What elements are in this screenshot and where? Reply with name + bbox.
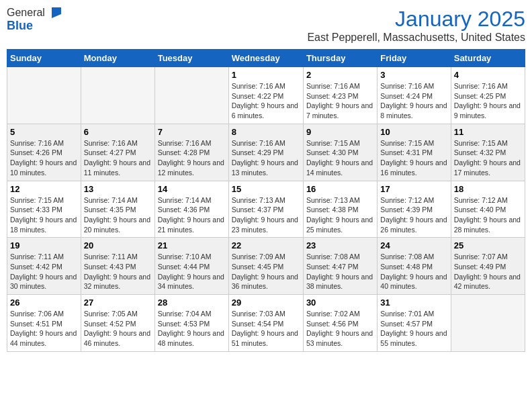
day-info: Sunrise: 7:16 AMSunset: 4:29 PMDaylight:… <box>232 138 300 178</box>
calendar-cell: 7Sunrise: 7:16 AMSunset: 4:28 PMDaylight… <box>154 124 228 181</box>
calendar-cell: 26Sunrise: 7:06 AMSunset: 4:51 PMDayligh… <box>7 295 81 352</box>
day-info: Sunrise: 7:12 AMSunset: 4:40 PMDaylight:… <box>454 195 522 235</box>
header-saturday: Saturday <box>451 50 525 67</box>
calendar-cell: 11Sunrise: 7:15 AMSunset: 4:32 PMDayligh… <box>451 124 525 181</box>
day-number: 30 <box>306 298 374 308</box>
day-info: Sunrise: 7:16 AMSunset: 4:23 PMDaylight:… <box>306 81 374 121</box>
day-number: 27 <box>84 298 152 308</box>
day-number: 14 <box>158 184 226 194</box>
calendar-cell: 14Sunrise: 7:14 AMSunset: 4:36 PMDayligh… <box>154 181 228 238</box>
calendar-cell: 4Sunrise: 7:16 AMSunset: 4:25 PMDaylight… <box>451 67 525 124</box>
day-number: 12 <box>10 184 78 194</box>
svg-marker-0 <box>52 7 61 18</box>
calendar-cell: 12Sunrise: 7:15 AMSunset: 4:33 PMDayligh… <box>7 181 81 238</box>
calendar-cell: 2Sunrise: 7:16 AMSunset: 4:23 PMDaylight… <box>303 67 377 124</box>
day-number: 16 <box>306 184 374 194</box>
calendar-cell: 3Sunrise: 7:16 AMSunset: 4:24 PMDaylight… <box>378 67 451 124</box>
day-info: Sunrise: 7:16 AMSunset: 4:22 PMDaylight:… <box>232 81 300 121</box>
calendar-week-row: 5Sunrise: 7:16 AMSunset: 4:26 PMDaylight… <box>7 124 525 181</box>
calendar-cell: 6Sunrise: 7:16 AMSunset: 4:27 PMDaylight… <box>81 124 154 181</box>
day-number: 20 <box>84 240 152 250</box>
calendar-cell: 9Sunrise: 7:15 AMSunset: 4:30 PMDaylight… <box>303 124 377 181</box>
logo-icon <box>46 7 61 18</box>
calendar-week-row: 19Sunrise: 7:11 AMSunset: 4:42 PMDayligh… <box>7 238 525 295</box>
day-number: 25 <box>454 240 522 250</box>
day-info: Sunrise: 7:16 AMSunset: 4:28 PMDaylight:… <box>158 138 226 178</box>
calendar-cell: 16Sunrise: 7:13 AMSunset: 4:38 PMDayligh… <box>303 181 377 238</box>
day-info: Sunrise: 7:02 AMSunset: 4:56 PMDaylight:… <box>306 309 374 349</box>
day-number: 17 <box>380 184 447 194</box>
day-info: Sunrise: 7:15 AMSunset: 4:32 PMDaylight:… <box>454 138 522 178</box>
calendar-cell: 10Sunrise: 7:15 AMSunset: 4:31 PMDayligh… <box>378 124 451 181</box>
day-info: Sunrise: 7:11 AMSunset: 4:42 PMDaylight:… <box>10 252 78 291</box>
day-info: Sunrise: 7:09 AMSunset: 4:45 PMDaylight:… <box>232 252 300 291</box>
calendar-week-row: 26Sunrise: 7:06 AMSunset: 4:51 PMDayligh… <box>7 295 525 352</box>
day-number: 11 <box>454 127 522 137</box>
calendar-cell: 17Sunrise: 7:12 AMSunset: 4:39 PMDayligh… <box>378 181 451 238</box>
day-info: Sunrise: 7:14 AMSunset: 4:36 PMDaylight:… <box>158 195 226 235</box>
day-number: 6 <box>84 127 152 137</box>
day-info: Sunrise: 7:13 AMSunset: 4:37 PMDaylight:… <box>232 195 300 235</box>
calendar-week-row: 1Sunrise: 7:16 AMSunset: 4:22 PMDaylight… <box>7 67 525 124</box>
calendar-cell: 8Sunrise: 7:16 AMSunset: 4:29 PMDaylight… <box>228 124 303 181</box>
calendar-cell <box>451 295 525 352</box>
calendar-cell <box>81 67 154 124</box>
day-number: 26 <box>10 298 78 308</box>
header-monday: Monday <box>81 50 154 67</box>
calendar: SundayMondayTuesdayWednesdayThursdayFrid… <box>7 49 525 352</box>
day-info: Sunrise: 7:12 AMSunset: 4:39 PMDaylight:… <box>380 195 447 235</box>
day-info: Sunrise: 7:08 AMSunset: 4:47 PMDaylight:… <box>306 252 374 291</box>
day-number: 19 <box>10 240 78 250</box>
month-title: January 2025 <box>307 7 525 32</box>
calendar-cell: 31Sunrise: 7:01 AMSunset: 4:57 PMDayligh… <box>378 295 451 352</box>
calendar-cell: 23Sunrise: 7:08 AMSunset: 4:47 PMDayligh… <box>303 238 377 295</box>
day-number: 8 <box>232 127 300 137</box>
day-number: 28 <box>158 298 226 308</box>
day-number: 15 <box>232 184 300 194</box>
day-info: Sunrise: 7:08 AMSunset: 4:48 PMDaylight:… <box>380 252 447 291</box>
day-number: 5 <box>10 127 78 137</box>
day-info: Sunrise: 7:05 AMSunset: 4:52 PMDaylight:… <box>84 309 152 349</box>
day-number: 21 <box>158 240 226 250</box>
day-number: 2 <box>306 70 374 80</box>
header-sunday: Sunday <box>7 50 81 67</box>
day-number: 13 <box>84 184 152 194</box>
day-number: 24 <box>380 240 447 250</box>
day-number: 23 <box>306 240 374 250</box>
header-wednesday: Wednesday <box>228 50 303 67</box>
day-info: Sunrise: 7:16 AMSunset: 4:26 PMDaylight:… <box>10 138 78 178</box>
calendar-cell: 25Sunrise: 7:07 AMSunset: 4:49 PMDayligh… <box>451 238 525 295</box>
day-info: Sunrise: 7:16 AMSunset: 4:25 PMDaylight:… <box>454 81 522 121</box>
calendar-cell: 24Sunrise: 7:08 AMSunset: 4:48 PMDayligh… <box>378 238 451 295</box>
day-number: 18 <box>454 184 522 194</box>
day-info: Sunrise: 7:14 AMSunset: 4:35 PMDaylight:… <box>84 195 152 235</box>
day-info: Sunrise: 7:06 AMSunset: 4:51 PMDaylight:… <box>10 309 78 349</box>
day-number: 31 <box>380 298 447 308</box>
day-number: 7 <box>158 127 226 137</box>
day-info: Sunrise: 7:15 AMSunset: 4:30 PMDaylight:… <box>306 138 374 178</box>
header-friday: Friday <box>378 50 451 67</box>
day-number: 9 <box>306 127 374 137</box>
day-info: Sunrise: 7:04 AMSunset: 4:53 PMDaylight:… <box>158 309 226 349</box>
calendar-cell: 1Sunrise: 7:16 AMSunset: 4:22 PMDaylight… <box>228 67 303 124</box>
day-number: 22 <box>232 240 300 250</box>
calendar-header-row: SundayMondayTuesdayWednesdayThursdayFrid… <box>7 50 525 67</box>
day-info: Sunrise: 7:11 AMSunset: 4:43 PMDaylight:… <box>84 252 152 291</box>
logo-blue-text: Blue <box>7 19 33 33</box>
day-number: 29 <box>232 298 300 308</box>
day-number: 4 <box>454 70 522 80</box>
title-area: January 2025 East Pepperell, Massachuset… <box>307 7 525 44</box>
day-info: Sunrise: 7:16 AMSunset: 4:27 PMDaylight:… <box>84 138 152 178</box>
day-number: 3 <box>380 70 447 80</box>
day-info: Sunrise: 7:15 AMSunset: 4:33 PMDaylight:… <box>10 195 78 235</box>
day-info: Sunrise: 7:10 AMSunset: 4:44 PMDaylight:… <box>158 252 226 291</box>
logo: General Blue <box>7 7 61 33</box>
logo-general-text: General <box>7 7 45 19</box>
day-info: Sunrise: 7:13 AMSunset: 4:38 PMDaylight:… <box>306 195 374 235</box>
header-thursday: Thursday <box>303 50 377 67</box>
calendar-cell <box>7 67 81 124</box>
calendar-cell: 30Sunrise: 7:02 AMSunset: 4:56 PMDayligh… <box>303 295 377 352</box>
calendar-cell: 15Sunrise: 7:13 AMSunset: 4:37 PMDayligh… <box>228 181 303 238</box>
calendar-cell: 29Sunrise: 7:03 AMSunset: 4:54 PMDayligh… <box>228 295 303 352</box>
header-tuesday: Tuesday <box>154 50 228 67</box>
